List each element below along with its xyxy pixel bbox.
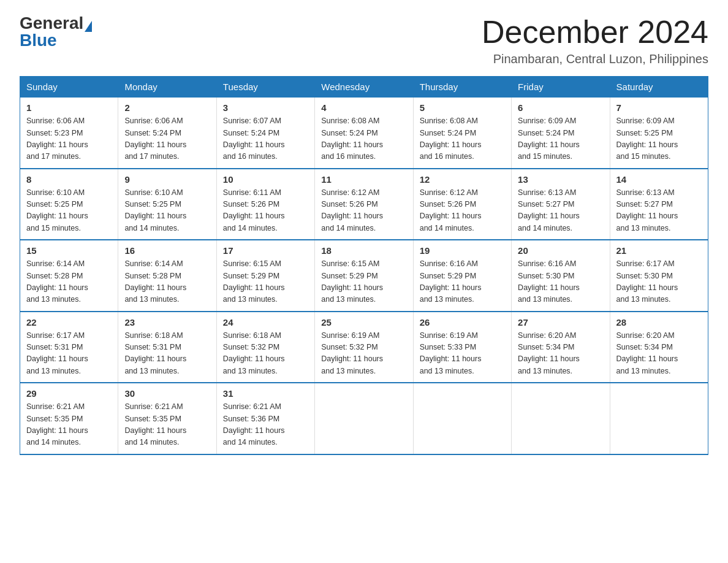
week-row-1: 8 Sunrise: 6:10 AM Sunset: 5:25 PM Dayli… <box>20 169 708 240</box>
calendar-cell: 6 Sunrise: 6:09 AM Sunset: 5:24 PM Dayli… <box>512 98 610 169</box>
day-number: 30 <box>124 388 210 399</box>
day-info: Sunrise: 6:16 AM Sunset: 5:29 PM Dayligh… <box>420 258 505 306</box>
day-number: 19 <box>420 245 505 256</box>
day-number: 8 <box>26 174 112 185</box>
calendar-cell <box>413 383 511 454</box>
header-tuesday: Tuesday <box>216 77 314 98</box>
day-number: 20 <box>518 245 603 256</box>
day-number: 15 <box>26 245 112 256</box>
calendar-cell: 20 Sunrise: 6:16 AM Sunset: 5:30 PM Dayl… <box>512 240 610 312</box>
day-info: Sunrise: 6:16 AM Sunset: 5:30 PM Dayligh… <box>518 258 603 306</box>
calendar-cell: 10 Sunrise: 6:11 AM Sunset: 5:26 PM Dayl… <box>216 169 314 240</box>
calendar-cell <box>512 383 610 454</box>
calendar-cell: 9 Sunrise: 6:10 AM Sunset: 5:25 PM Dayli… <box>118 169 216 240</box>
day-number: 9 <box>124 174 210 185</box>
calendar-cell: 16 Sunrise: 6:14 AM Sunset: 5:28 PM Dayl… <box>118 240 216 312</box>
logo: General Blue <box>20 15 92 49</box>
header-wednesday: Wednesday <box>315 77 413 98</box>
day-number: 11 <box>321 174 406 185</box>
calendar-cell: 26 Sunrise: 6:19 AM Sunset: 5:33 PM Dayl… <box>413 312 511 383</box>
calendar-cell: 30 Sunrise: 6:21 AM Sunset: 5:35 PM Dayl… <box>118 383 216 454</box>
logo-general-text: General <box>20 13 83 33</box>
day-number: 7 <box>616 102 702 113</box>
calendar-cell: 15 Sunrise: 6:14 AM Sunset: 5:28 PM Dayl… <box>20 240 118 312</box>
day-info: Sunrise: 6:10 AM Sunset: 5:25 PM Dayligh… <box>124 187 210 235</box>
day-number: 26 <box>420 317 505 327</box>
day-info: Sunrise: 6:19 AM Sunset: 5:33 PM Dayligh… <box>420 330 505 378</box>
day-number: 31 <box>223 388 308 399</box>
calendar-cell: 27 Sunrise: 6:20 AM Sunset: 5:34 PM Dayl… <box>512 312 610 383</box>
logo-general-line: General <box>20 15 92 32</box>
day-info: Sunrise: 6:10 AM Sunset: 5:25 PM Dayligh… <box>26 187 112 235</box>
calendar-cell: 13 Sunrise: 6:13 AM Sunset: 5:27 PM Dayl… <box>512 169 610 240</box>
day-info: Sunrise: 6:21 AM Sunset: 5:35 PM Dayligh… <box>124 401 210 449</box>
header-monday: Monday <box>118 77 216 98</box>
day-number: 2 <box>124 102 210 113</box>
day-number: 17 <box>223 245 308 256</box>
day-info: Sunrise: 6:13 AM Sunset: 5:27 PM Dayligh… <box>616 187 702 235</box>
day-number: 22 <box>26 317 112 327</box>
day-info: Sunrise: 6:14 AM Sunset: 5:28 PM Dayligh… <box>124 258 210 306</box>
day-info: Sunrise: 6:15 AM Sunset: 5:29 PM Dayligh… <box>321 258 406 306</box>
calendar-cell: 11 Sunrise: 6:12 AM Sunset: 5:26 PM Dayl… <box>315 169 413 240</box>
day-number: 24 <box>223 317 308 327</box>
day-info: Sunrise: 6:11 AM Sunset: 5:26 PM Dayligh… <box>223 187 308 235</box>
calendar-cell: 4 Sunrise: 6:08 AM Sunset: 5:24 PM Dayli… <box>315 98 413 169</box>
day-number: 14 <box>616 174 702 185</box>
title-section: December 2024 Pinambaran, Central Luzon,… <box>482 15 708 66</box>
day-info: Sunrise: 6:17 AM Sunset: 5:31 PM Dayligh… <box>26 330 112 378</box>
day-number: 27 <box>518 317 603 327</box>
day-info: Sunrise: 6:20 AM Sunset: 5:34 PM Dayligh… <box>518 330 603 378</box>
day-number: 13 <box>518 174 603 185</box>
day-number: 16 <box>124 245 210 256</box>
logo-blue-text: Blue <box>20 31 57 50</box>
calendar-cell: 22 Sunrise: 6:17 AM Sunset: 5:31 PM Dayl… <box>20 312 118 383</box>
day-info: Sunrise: 6:08 AM Sunset: 5:24 PM Dayligh… <box>321 115 406 163</box>
calendar-cell: 23 Sunrise: 6:18 AM Sunset: 5:31 PM Dayl… <box>118 312 216 383</box>
calendar-cell <box>610 383 708 454</box>
location-text: Pinambaran, Central Luzon, Philippines <box>482 52 708 66</box>
calendar-cell: 14 Sunrise: 6:13 AM Sunset: 5:27 PM Dayl… <box>610 169 708 240</box>
calendar-cell: 29 Sunrise: 6:21 AM Sunset: 5:35 PM Dayl… <box>20 383 118 454</box>
calendar-cell: 25 Sunrise: 6:19 AM Sunset: 5:32 PM Dayl… <box>315 312 413 383</box>
page-header: General Blue December 2024 Pinambaran, C… <box>20 15 708 66</box>
logo-triangle-icon <box>85 21 92 32</box>
day-info: Sunrise: 6:15 AM Sunset: 5:29 PM Dayligh… <box>223 258 308 306</box>
day-number: 10 <box>223 174 308 185</box>
day-info: Sunrise: 6:08 AM Sunset: 5:24 PM Dayligh… <box>420 115 505 163</box>
day-info: Sunrise: 6:14 AM Sunset: 5:28 PM Dayligh… <box>26 258 112 306</box>
week-row-2: 15 Sunrise: 6:14 AM Sunset: 5:28 PM Dayl… <box>20 240 708 312</box>
calendar-cell <box>315 383 413 454</box>
month-title: December 2024 <box>482 15 708 50</box>
week-row-0: 1 Sunrise: 6:06 AM Sunset: 5:23 PM Dayli… <box>20 98 708 169</box>
calendar-cell: 19 Sunrise: 6:16 AM Sunset: 5:29 PM Dayl… <box>413 240 511 312</box>
logo-blue-line: Blue <box>20 32 57 49</box>
day-number: 4 <box>321 102 406 113</box>
day-number: 28 <box>616 317 702 327</box>
day-info: Sunrise: 6:12 AM Sunset: 5:26 PM Dayligh… <box>321 187 406 235</box>
header-friday: Friday <box>512 77 610 98</box>
day-info: Sunrise: 6:18 AM Sunset: 5:31 PM Dayligh… <box>124 330 210 378</box>
day-info: Sunrise: 6:09 AM Sunset: 5:24 PM Dayligh… <box>518 115 603 163</box>
day-number: 23 <box>124 317 210 327</box>
calendar-cell: 18 Sunrise: 6:15 AM Sunset: 5:29 PM Dayl… <box>315 240 413 312</box>
day-number: 1 <box>26 102 112 113</box>
calendar-table: SundayMondayTuesdayWednesdayThursdayFrid… <box>20 76 708 455</box>
day-number: 25 <box>321 317 406 327</box>
calendar-cell: 21 Sunrise: 6:17 AM Sunset: 5:30 PM Dayl… <box>610 240 708 312</box>
day-number: 12 <box>420 174 505 185</box>
day-info: Sunrise: 6:17 AM Sunset: 5:30 PM Dayligh… <box>616 258 702 306</box>
week-row-3: 22 Sunrise: 6:17 AM Sunset: 5:31 PM Dayl… <box>20 312 708 383</box>
header-sunday: Sunday <box>20 77 118 98</box>
day-info: Sunrise: 6:06 AM Sunset: 5:23 PM Dayligh… <box>26 115 112 163</box>
day-number: 6 <box>518 102 603 113</box>
calendar-cell: 2 Sunrise: 6:06 AM Sunset: 5:24 PM Dayli… <box>118 98 216 169</box>
day-info: Sunrise: 6:21 AM Sunset: 5:36 PM Dayligh… <box>223 401 308 449</box>
day-number: 29 <box>26 388 112 399</box>
day-info: Sunrise: 6:18 AM Sunset: 5:32 PM Dayligh… <box>223 330 308 378</box>
header-thursday: Thursday <box>413 77 511 98</box>
day-info: Sunrise: 6:07 AM Sunset: 5:24 PM Dayligh… <box>223 115 308 163</box>
calendar-header-row: SundayMondayTuesdayWednesdayThursdayFrid… <box>20 77 708 98</box>
header-saturday: Saturday <box>610 77 708 98</box>
calendar-cell: 24 Sunrise: 6:18 AM Sunset: 5:32 PM Dayl… <box>216 312 314 383</box>
